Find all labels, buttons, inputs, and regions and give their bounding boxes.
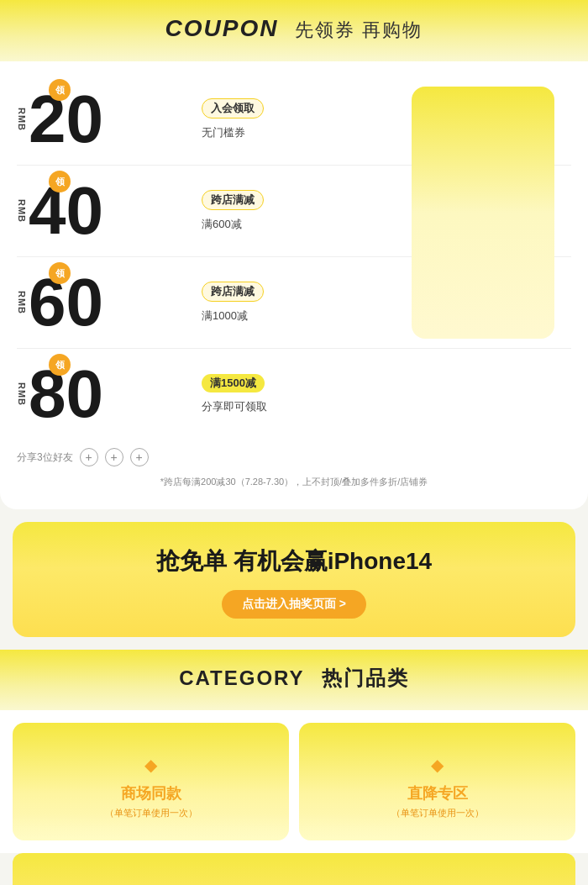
- rmb-label-40: RMB: [17, 199, 27, 223]
- coupon-tag-80[interactable]: 满1500减: [202, 374, 265, 392]
- iphone-btn[interactable]: 点击进入抽奖页面 >: [222, 590, 366, 619]
- coupon-title: COUPON: [165, 15, 279, 41]
- amount-wrapper-80: 领 80: [29, 361, 103, 428]
- coupon-left-80: RMB 领 80: [17, 361, 185, 428]
- coupon-tag-20[interactable]: 入会领取: [202, 98, 264, 119]
- share-circle-3[interactable]: +: [130, 448, 149, 466]
- plus-icon-3: +: [136, 450, 143, 464]
- coupon-row-80: RMB 领 80 满1500减 分享即可领取: [17, 349, 571, 440]
- coupon-tag-60[interactable]: 跨店满减: [202, 282, 264, 302]
- plus-icon-1: +: [86, 450, 92, 464]
- rmb-label-60: RMB: [17, 291, 27, 314]
- category-title-en: CATEGORY: [179, 666, 304, 689]
- amount-wrapper-60: 领 60: [29, 269, 103, 336]
- share-label: 分享3位好友: [17, 450, 73, 465]
- category-title-zh: 热门品类: [322, 666, 409, 689]
- plus-icon-2: +: [111, 450, 118, 464]
- coupon-left-60: RMB 领 60: [17, 269, 185, 336]
- ling-badge-80: 领: [49, 354, 71, 376]
- category-header: CATEGORY 热门品类: [0, 650, 588, 710]
- diamond-icon-1: ◆: [144, 755, 157, 775]
- rmb-label-20: RMB: [17, 108, 27, 131]
- category-sub-1: （单笔订单使用一次）: [105, 807, 197, 819]
- coupon-sub-80: 分享即可领取: [202, 399, 571, 414]
- coupon-subtitle: 先领券 再购物: [295, 19, 423, 40]
- notice-text: *跨店每满200减30（7.28-7.30），上不封顶/叠加多件多折/店铺券: [17, 471, 571, 497]
- rmb-label-80: RMB: [17, 382, 27, 406]
- share-row: 分享3位好友 + + +: [17, 440, 571, 471]
- coupon-header: COUPON 先领券 再购物: [0, 0, 588, 61]
- category-card-1[interactable]: ◆ 商场同款 （单笔订单使用一次）: [13, 723, 289, 840]
- ling-badge-60: 领: [49, 262, 71, 284]
- category-name-1: 商场同款: [121, 783, 181, 803]
- coupon-left-40: RMB 领 40: [17, 177, 185, 245]
- ling-badge-40: 领: [49, 171, 71, 192]
- coupon-section: RMB 领 20 入会领取 无门槛券 RMB 领 40 跨店满减: [0, 61, 588, 509]
- category-grid: ◆ 商场同款 （单笔订单使用一次） ◆ 直降专区 （单笔订单使用一次）: [0, 710, 588, 853]
- amount-wrapper-20: 领 20: [29, 86, 103, 153]
- coupon-rows-wrapper: RMB 领 20 入会领取 无门槛券 RMB 领 40 跨店满减: [17, 74, 571, 440]
- iphone-title: 抢免单 有机会赢iPhone14: [29, 545, 559, 577]
- diamond-icon-2: ◆: [431, 755, 444, 775]
- coupon-right-panel: [412, 87, 554, 339]
- coupon-tag-40[interactable]: 跨店满减: [202, 190, 264, 210]
- category-sub-2: （单笔订单使用一次）: [391, 807, 484, 819]
- category-card-2[interactable]: ◆ 直降专区 （单笔订单使用一次）: [299, 723, 575, 840]
- coupon-desc-80: 满1500减 分享即可领取: [202, 374, 571, 414]
- share-circle-1[interactable]: +: [80, 448, 98, 466]
- bottom-strip: [13, 853, 575, 885]
- category-name-2: 直降专区: [407, 783, 468, 803]
- ling-badge-20: 领: [49, 79, 71, 101]
- iphone-section: 抢免单 有机会赢iPhone14 点击进入抽奖页面 >: [13, 522, 575, 637]
- coupon-left-20: RMB 领 20: [17, 86, 185, 153]
- share-circle-2[interactable]: +: [105, 448, 123, 466]
- amount-wrapper-40: 领 40: [29, 177, 103, 245]
